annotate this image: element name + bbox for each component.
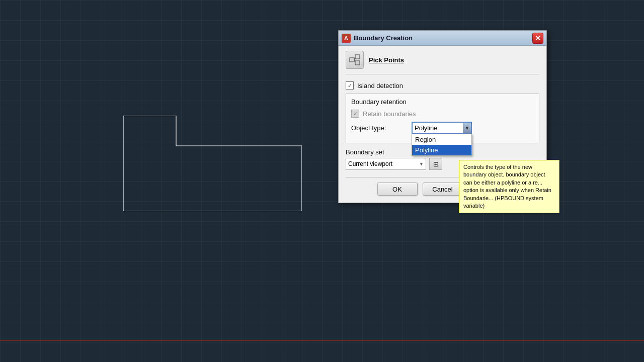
cancel-button[interactable]: Cancel [423, 183, 463, 196]
boundary-retention-section: Boundary retention Retain boundaries Obj… [346, 94, 539, 143]
object-type-row: Object type: Polyline ▼ Region Polyline [351, 122, 534, 134]
retain-boundaries-label: Retain boundaries [363, 110, 416, 118]
ok-button[interactable]: OK [377, 183, 418, 196]
island-detection-row: Island detection [346, 81, 539, 89]
dialog-title: Boundary Creation [354, 34, 532, 42]
svg-rect-1 [355, 55, 360, 59]
object-type-value: Polyline [415, 124, 463, 132]
new-button-icon: ⊞ [433, 160, 439, 168]
dropdown-item-polyline[interactable]: Polyline [412, 145, 471, 155]
island-detection-checkbox[interactable] [346, 81, 354, 89]
object-type-arrow: ▼ [463, 123, 471, 133]
pick-points-label[interactable]: Pick Points [369, 56, 404, 64]
tooltip-box: Controls the type of the new boundary ob… [459, 160, 559, 213]
viewport-arrow: ▼ [419, 161, 424, 166]
pick-points-row: Pick Points [346, 51, 539, 74]
retain-boundaries-checkbox[interactable] [351, 110, 359, 118]
dropdown-item-region[interactable]: Region [412, 134, 471, 145]
pick-points-icon [349, 54, 361, 66]
canvas-drawing [123, 116, 302, 211]
svg-rect-2 [355, 61, 360, 65]
new-button[interactable]: ⊞ [429, 158, 442, 170]
object-type-dropdown: Region Polyline [412, 134, 472, 156]
canvas-red-line [0, 340, 644, 341]
boundary-retention-label: Boundary retention [351, 98, 534, 106]
svg-rect-0 [350, 58, 354, 62]
dialog-close-button[interactable]: ✕ [532, 33, 543, 44]
object-type-label: Object type: [351, 124, 412, 132]
tooltip-text: Controls the type of the new boundary ob… [463, 164, 551, 209]
dialog-titlebar: A Boundary Creation ✕ [339, 31, 546, 46]
object-type-select[interactable]: Polyline ▼ [412, 122, 472, 134]
viewport-value: Current viewport [348, 160, 419, 167]
viewport-select[interactable]: Current viewport ▼ [346, 158, 426, 170]
pick-points-button[interactable] [346, 51, 364, 69]
island-detection-label: Island detection [357, 82, 403, 89]
object-type-select-wrapper: Polyline ▼ Region Polyline [412, 122, 472, 134]
dialog-title-icon: A [342, 34, 351, 43]
retain-boundaries-row: Retain boundaries [351, 110, 534, 118]
